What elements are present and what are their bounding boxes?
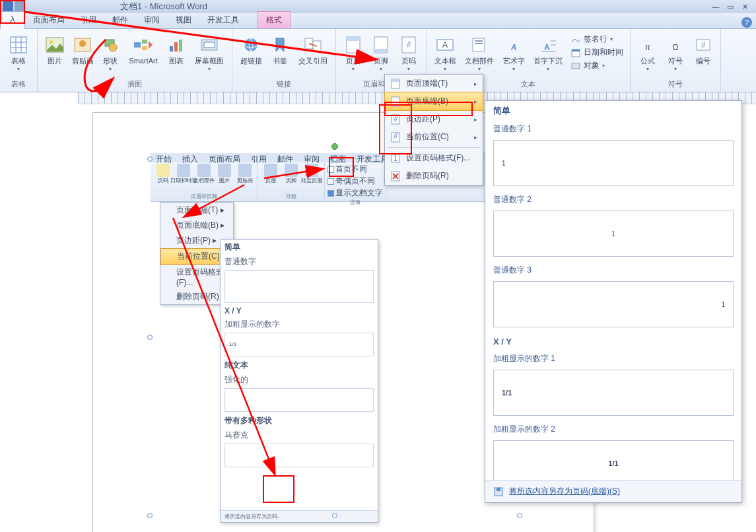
hyperlink-button[interactable]: 超链接 — [236, 33, 265, 66]
smartart-button[interactable]: SmartArt — [125, 33, 162, 66]
save-icon[interactable] — [3, 1, 13, 12]
svg-text:π: π — [645, 43, 650, 52]
submenu-arrow-icon: ▸ — [474, 116, 477, 123]
svg-text:A: A — [544, 43, 550, 52]
close-button[interactable]: ✕ — [739, 3, 751, 11]
gallery-item-label: 普通数字 2 — [485, 191, 741, 208]
gallery-item-label: 普通数字 3 — [485, 262, 741, 279]
tab-developer[interactable]: 开发工具 — [199, 12, 247, 28]
svg-rect-47 — [392, 79, 399, 82]
undo-icon[interactable] — [15, 1, 25, 12]
tab-review[interactable]: 审阅 — [136, 12, 168, 28]
svg-rect-16 — [179, 40, 182, 51]
gallery-item-preview[interactable]: 1 — [493, 140, 734, 186]
tables-button[interactable]: 表格 ▾ — [4, 33, 33, 73]
svg-rect-14 — [170, 46, 173, 51]
group-illustrations: 图片 剪贴画 形状▾ SmartArt 图表 屏幕截图▾ 插图 — [38, 29, 232, 92]
page-number-icon: # — [398, 34, 419, 55]
menu-remove-pagenum[interactable]: 删除页码(R) — [385, 167, 483, 185]
svg-point-8 — [79, 40, 86, 47]
menu-page-top[interactable]: 页面顶端(T)▸ — [385, 75, 483, 92]
tab-format[interactable]: 格式 — [258, 11, 291, 28]
save-selection-icon — [493, 486, 504, 497]
wordart-icon: A — [503, 34, 524, 55]
submenu-arrow-icon: ▸ — [474, 98, 477, 105]
window-title: 文档1 - Microsoft Word — [120, 1, 207, 13]
gallery-item-preview[interactable]: 1/1 — [493, 370, 734, 416]
group-symbols: π公式▾ Ω符号▾ #编号 符号 — [631, 29, 721, 92]
text-small-buttons: 签名行 ▾ 日期和时间 对象 ▾ — [568, 33, 626, 72]
gallery-category: 简单 — [485, 101, 741, 121]
svg-point-6 — [49, 40, 53, 44]
menu-page-bottom[interactable]: 页面底端(B)▸ — [384, 92, 483, 111]
svg-rect-12 — [142, 40, 147, 44]
group-links: 超链接 书签 交叉引用 链接 — [232, 29, 336, 92]
svg-rect-13 — [142, 46, 147, 50]
number-button[interactable]: #编号 — [690, 33, 716, 66]
quickparts-button[interactable]: 文档部件▾ — [461, 33, 498, 73]
object-icon — [570, 61, 581, 71]
svg-rect-11 — [134, 42, 141, 48]
save-selection-link[interactable]: 将所选内容另存为页码(底端)(S) — [509, 486, 620, 497]
object-button[interactable]: 对象 ▾ — [568, 59, 626, 72]
dropdown-arrow-icon: ▾ — [17, 66, 20, 72]
number-icon: # — [693, 34, 714, 55]
wordart-button[interactable]: A艺术字▾ — [499, 33, 528, 73]
svg-text:#: # — [407, 40, 411, 50]
textbox-button[interactable]: A文本框▾ — [430, 33, 460, 73]
quick-access-toolbar — [0, 1, 28, 12]
clipart-button[interactable]: 剪贴画 — [69, 33, 96, 66]
screenshot-button[interactable]: 屏幕截图▾ — [191, 33, 228, 73]
chart-button[interactable]: 图表 — [163, 33, 189, 66]
menu-page-margin[interactable]: #页边距(P)▸ — [385, 110, 483, 128]
symbol-button[interactable]: Ω符号▾ — [662, 33, 689, 73]
window-controls: — ▭ ✕ — [704, 3, 756, 11]
tab-view[interactable]: 视图 — [168, 12, 199, 28]
minimize-button[interactable]: — — [710, 3, 722, 11]
submenu-arrow-icon: ▸ — [474, 81, 477, 87]
quickparts-icon — [469, 34, 490, 55]
page-top-icon — [390, 79, 401, 89]
svg-rect-49 — [392, 104, 399, 106]
svg-text:#: # — [701, 40, 706, 50]
tab-mailings[interactable]: 邮件 — [104, 12, 136, 28]
equation-button[interactable]: π公式▾ — [635, 33, 661, 73]
gallery-item-label: 加粗显示的数字 2 — [485, 421, 741, 438]
footer-button[interactable]: 页脚▾ — [368, 33, 394, 73]
gallery-item-label: 普通数字 1 — [485, 121, 741, 137]
gallery-item-preview[interactable]: 1 — [493, 281, 734, 327]
tab-page-layout[interactable]: 页面布局 — [25, 12, 73, 28]
textbox-icon: A — [434, 34, 456, 55]
menu-separator — [388, 147, 480, 148]
svg-point-10 — [109, 44, 117, 51]
dropcap-button[interactable]: A首字下沉▾ — [530, 33, 567, 73]
dropcap-icon: A — [537, 34, 559, 55]
picture-button[interactable]: 图片 — [42, 33, 68, 66]
crossref-button[interactable]: 交叉引用 — [294, 33, 331, 66]
bookmark-button[interactable]: 书签 — [267, 33, 293, 66]
page-bottom-icon — [390, 96, 401, 107]
svg-rect-33 — [475, 43, 483, 44]
svg-text:A: A — [510, 43, 517, 52]
page-number-button[interactable]: #页码▾ — [395, 33, 422, 73]
menu-current-pos[interactable]: #当前位置(C)▸ — [385, 128, 483, 146]
svg-text:Ω: Ω — [673, 43, 679, 52]
signature-icon — [570, 34, 581, 45]
gallery-item-preview[interactable]: 1 — [493, 211, 734, 257]
clipart-icon — [72, 34, 93, 55]
shapes-button[interactable]: 形状▾ — [97, 33, 123, 73]
signature-button[interactable]: 签名行 ▾ — [568, 33, 626, 46]
group-tables: 表格 ▾ 表格 — [0, 29, 38, 92]
help-icon[interactable]: ? — [741, 17, 752, 28]
menu-format-pagenum[interactable]: 1设置页码格式(F)... — [385, 149, 483, 167]
svg-rect-24 — [347, 37, 360, 41]
calendar-icon — [570, 48, 581, 58]
svg-rect-18 — [204, 42, 215, 48]
header-button[interactable]: 页眉▾ — [340, 33, 366, 73]
gallery-footer[interactable]: 将所选内容另存为页码(底端)(S) — [485, 480, 741, 502]
tab-insert[interactable]: 入 — [0, 11, 25, 29]
restore-button[interactable]: ▭ — [724, 3, 736, 11]
tab-references[interactable]: 引用 — [73, 12, 104, 28]
datetime-button[interactable]: 日期和时间 — [568, 46, 626, 59]
format-icon: 1 — [390, 153, 401, 164]
